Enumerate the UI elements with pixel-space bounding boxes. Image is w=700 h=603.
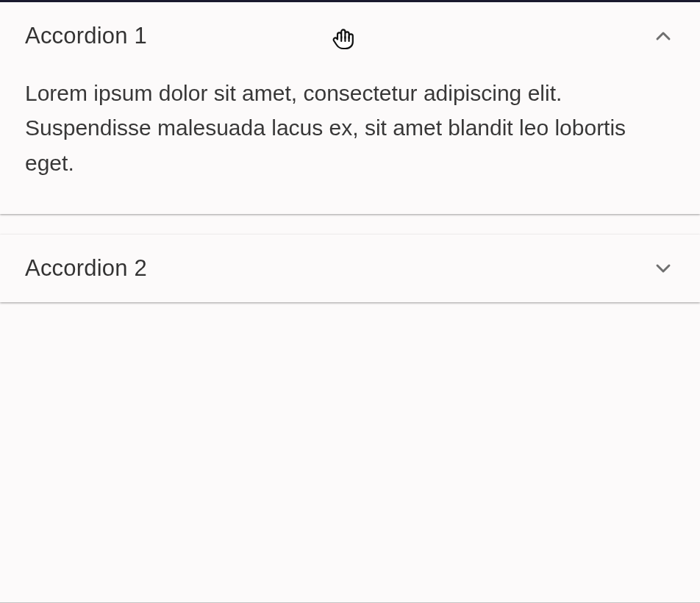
accordion-panel-1: Accordion 1 Lorem ipsum dolor sit amet, …: [0, 2, 700, 214]
accordion-body-text-1: Lorem ipsum dolor sit amet, consectetur …: [25, 76, 657, 180]
chevron-down-icon: [651, 257, 675, 280]
accordion-body-1: Lorem ipsum dolor sit amet, consectetur …: [0, 70, 700, 214]
accordion-title-2: Accordion 2: [25, 255, 147, 282]
chevron-up-icon: [651, 24, 675, 48]
accordion-header-2[interactable]: Accordion 2: [0, 235, 700, 302]
accordion-header-1[interactable]: Accordion 1: [0, 2, 700, 70]
accordion-panel-2: Accordion 2: [0, 235, 700, 302]
accordion-title-1: Accordion 1: [25, 23, 147, 49]
